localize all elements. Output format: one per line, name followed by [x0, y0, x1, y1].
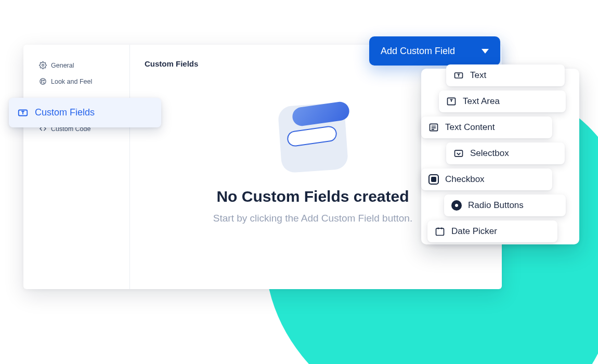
- text-icon: [453, 70, 464, 81]
- gear-icon: [39, 61, 47, 69]
- field-type-radio-buttons[interactable]: Radio Buttons: [444, 194, 566, 216]
- palette-icon: [39, 77, 47, 85]
- sidebar-item-look-and-feel[interactable]: Look and Feel: [23, 73, 129, 89]
- sidebar-item-label: Look and Feel: [51, 78, 92, 85]
- svg-point-1: [40, 79, 46, 84]
- chevron-down-icon: [482, 49, 489, 54]
- svg-rect-9: [455, 150, 463, 157]
- sidebar-item-label: General: [51, 62, 74, 69]
- field-type-menu: Text Text Area Text Content Selectbox Ch…: [417, 64, 575, 246]
- field-type-label: Radio Buttons: [468, 200, 524, 211]
- field-type-label: Selectbox: [470, 148, 509, 159]
- field-type-text-area[interactable]: Text Area: [439, 90, 566, 112]
- field-type-label: Date Picker: [451, 226, 497, 237]
- field-type-checkbox[interactable]: Checkbox: [421, 168, 552, 190]
- empty-state-illustration: [277, 99, 349, 172]
- radio-icon: [451, 200, 462, 211]
- field-type-label: Text Content: [445, 122, 495, 133]
- empty-state-subtitle: Start by clicking the Add Custom Field b…: [213, 213, 412, 224]
- field-type-text-content[interactable]: Text Content: [421, 116, 552, 138]
- sidebar-item-custom-fields[interactable]: Custom Fields: [9, 98, 161, 127]
- field-type-text[interactable]: Text: [446, 64, 565, 86]
- field-type-selectbox[interactable]: Selectbox: [446, 142, 565, 164]
- svg-point-2: [42, 80, 43, 81]
- sidebar: General Look and Feel Custom Code: [23, 45, 130, 289]
- add-custom-field-label: Add Custom Field: [381, 46, 455, 57]
- calendar-icon: [435, 226, 445, 237]
- sidebar-item-general[interactable]: General: [23, 57, 129, 73]
- sidebar-item-label: Custom Fields: [35, 107, 95, 118]
- svg-rect-10: [436, 228, 444, 235]
- svg-point-0: [42, 64, 44, 67]
- empty-state-title: No Custom Fields created: [216, 188, 409, 205]
- checkbox-icon: [428, 174, 439, 185]
- field-type-label: Text: [470, 70, 486, 81]
- text-area-icon: [446, 96, 457, 107]
- svg-point-3: [44, 80, 45, 81]
- field-type-date-picker[interactable]: Date Picker: [427, 220, 557, 242]
- add-custom-field-button[interactable]: Add Custom Field: [369, 36, 500, 66]
- text-field-icon: [17, 107, 29, 119]
- field-type-label: Text Area: [463, 96, 500, 107]
- svg-point-4: [41, 82, 42, 83]
- field-type-label: Checkbox: [445, 174, 485, 185]
- text-content-icon: [428, 122, 439, 133]
- selectbox-icon: [453, 148, 464, 159]
